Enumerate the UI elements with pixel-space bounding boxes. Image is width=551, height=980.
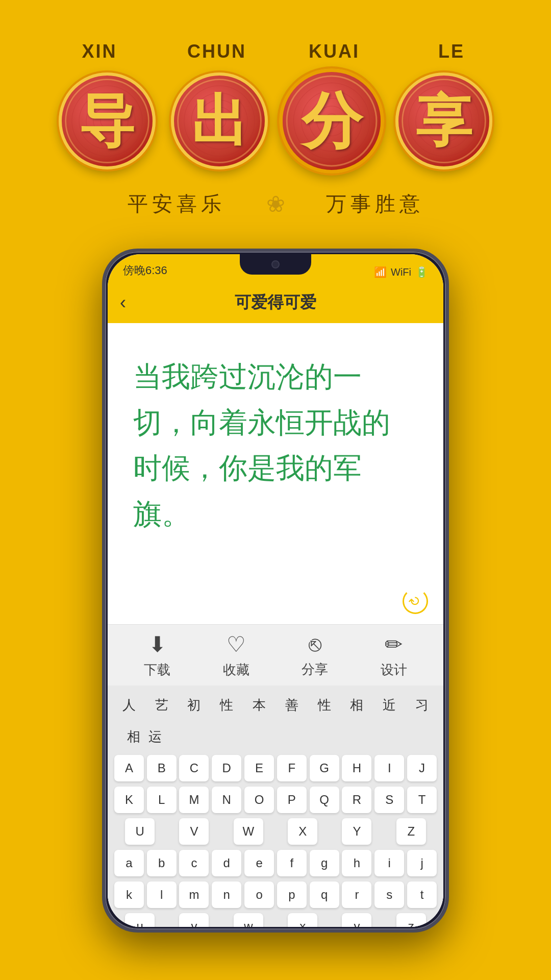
key-q[interactable]: q bbox=[310, 881, 339, 908]
download-action[interactable]: ⬇ 下载 bbox=[144, 632, 170, 679]
key-X[interactable]: X bbox=[288, 818, 317, 845]
key-a[interactable]: a bbox=[114, 850, 144, 876]
key-d[interactable]: d bbox=[212, 850, 241, 876]
key-C[interactable]: C bbox=[179, 755, 209, 781]
key-Z[interactable]: Z bbox=[396, 818, 426, 845]
key-w[interactable]: w bbox=[234, 913, 263, 927]
key-L[interactable]: L bbox=[147, 787, 177, 813]
key-D[interactable]: D bbox=[212, 755, 241, 781]
key-Y[interactable]: Y bbox=[342, 818, 371, 845]
back-button[interactable]: ‹ bbox=[120, 292, 126, 313]
key-e[interactable]: e bbox=[244, 850, 274, 876]
coin-kuai[interactable]: 分 bbox=[279, 68, 384, 173]
favorite-label: 收藏 bbox=[223, 661, 249, 679]
coin-char-le: 享 bbox=[416, 93, 472, 149]
key-W[interactable]: W bbox=[234, 818, 263, 845]
key-S[interactable]: S bbox=[374, 787, 404, 813]
key-P[interactable]: P bbox=[277, 787, 307, 813]
keyboard-row-u-z: U V W X Y Z bbox=[113, 818, 438, 845]
key-s[interactable]: s bbox=[374, 881, 404, 908]
favorite-icon: ♡ bbox=[227, 632, 246, 657]
key-T[interactable]: T bbox=[407, 787, 437, 813]
design-action[interactable]: ✏ 设计 bbox=[381, 632, 407, 679]
signal-icon: 📶 bbox=[374, 266, 387, 278]
key-j[interactable]: j bbox=[407, 850, 437, 876]
key-p[interactable]: p bbox=[277, 881, 307, 908]
phone-container: 傍晚6:36 📶 WiFi 🔋 ‹ 可爱得可爱 当我跨过沉沦的一切，向着永恒开战… bbox=[0, 249, 551, 933]
key-o[interactable]: o bbox=[244, 881, 274, 908]
battery-icon: 🔋 bbox=[415, 266, 428, 278]
key-R[interactable]: R bbox=[342, 787, 371, 813]
key-A[interactable]: A bbox=[114, 755, 144, 781]
key-xing1[interactable]: 性 bbox=[216, 692, 237, 718]
share-action[interactable]: ⎋ 分享 bbox=[302, 632, 328, 678]
action-bar: ⬇ 下载 ♡ 收藏 ⎋ 分享 ✏ 设计 bbox=[108, 624, 443, 685]
coin-le[interactable]: 享 bbox=[395, 72, 492, 169]
app-header: ‹ 可爱得可爱 bbox=[108, 282, 443, 323]
key-yi[interactable]: 艺 bbox=[151, 692, 172, 718]
key-h[interactable]: h bbox=[342, 850, 371, 876]
key-V[interactable]: V bbox=[179, 818, 209, 845]
download-icon: ⬇ bbox=[148, 632, 166, 657]
key-E[interactable]: E bbox=[244, 755, 274, 781]
label-le: LE bbox=[408, 41, 495, 62]
keyboard-row-u-z-lower: u v w x y z bbox=[113, 913, 438, 927]
key-chu[interactable]: 初 bbox=[183, 692, 205, 718]
key-n[interactable]: n bbox=[212, 881, 241, 908]
content-area: 当我跨过沉沦的一切，向着永恒开战的时候，你是我的军旗。 ↻ ⬇ 下载 ♡ 收藏 bbox=[108, 323, 443, 927]
key-y[interactable]: y bbox=[342, 913, 371, 927]
key-yun[interactable]: 运 bbox=[144, 723, 166, 750]
sub-row: 平安喜乐 ❀ 万事胜意 bbox=[128, 190, 424, 218]
key-jin[interactable]: 近 bbox=[379, 692, 400, 718]
coin-char-xin: 导 bbox=[79, 93, 135, 149]
key-N[interactable]: N bbox=[212, 787, 241, 813]
coin-chun[interactable]: 出 bbox=[171, 72, 268, 169]
key-U[interactable]: U bbox=[125, 818, 155, 845]
main-text: 当我跨过沉沦的一切，向着永恒开战的时候，你是我的军旗。 bbox=[133, 354, 418, 536]
key-l[interactable]: l bbox=[147, 881, 177, 908]
key-b[interactable]: b bbox=[147, 850, 177, 876]
key-ben[interactable]: 本 bbox=[248, 692, 270, 718]
key-B[interactable]: B bbox=[147, 755, 177, 781]
download-label: 下载 bbox=[144, 661, 170, 679]
key-I[interactable]: I bbox=[374, 755, 404, 781]
share-icon: ⎋ bbox=[309, 632, 321, 656]
key-v[interactable]: v bbox=[179, 913, 209, 927]
power-button bbox=[102, 374, 104, 425]
key-shan[interactable]: 善 bbox=[281, 692, 303, 718]
key-u[interactable]: u bbox=[125, 913, 155, 927]
refresh-icon[interactable]: ↻ bbox=[403, 589, 428, 614]
key-xiang1[interactable]: 相 bbox=[346, 692, 367, 718]
key-f[interactable]: f bbox=[277, 850, 307, 876]
favorite-action[interactable]: ♡ 收藏 bbox=[223, 632, 249, 679]
key-xi[interactable]: 习 bbox=[411, 692, 433, 718]
key-r[interactable]: r bbox=[342, 881, 371, 908]
status-time: 傍晚6:36 bbox=[123, 263, 167, 278]
key-ren[interactable]: 人 bbox=[118, 692, 140, 718]
key-i[interactable]: i bbox=[374, 850, 404, 876]
key-Q[interactable]: Q bbox=[310, 787, 339, 813]
key-k[interactable]: k bbox=[114, 881, 144, 908]
design-icon: ✏ bbox=[385, 632, 403, 657]
coins-row: 导 出 分 享 bbox=[59, 72, 492, 169]
key-z[interactable]: z bbox=[396, 913, 426, 927]
wifi-icon: WiFi bbox=[391, 266, 411, 278]
key-c[interactable]: c bbox=[179, 850, 209, 876]
key-m[interactable]: m bbox=[179, 881, 209, 908]
key-t[interactable]: t bbox=[407, 881, 437, 908]
keyboard-area: 人 艺 初 性 本 善 性 相 近 习 相 运 bbox=[108, 685, 443, 927]
key-G[interactable]: G bbox=[310, 755, 339, 781]
key-xing2[interactable]: 性 bbox=[314, 692, 335, 718]
key-M[interactable]: M bbox=[179, 787, 209, 813]
coin-xin[interactable]: 导 bbox=[59, 72, 156, 169]
key-xiang2[interactable]: 相 bbox=[123, 723, 144, 750]
key-O[interactable]: O bbox=[244, 787, 274, 813]
volume-up-button bbox=[447, 344, 449, 379]
key-H[interactable]: H bbox=[342, 755, 371, 781]
key-x[interactable]: x bbox=[288, 913, 317, 927]
key-K[interactable]: K bbox=[114, 787, 144, 813]
key-F[interactable]: F bbox=[277, 755, 307, 781]
key-J[interactable]: J bbox=[407, 755, 437, 781]
key-g[interactable]: g bbox=[310, 850, 339, 876]
keyboard-row-k-t: K L M N O P Q R S T bbox=[113, 787, 438, 813]
